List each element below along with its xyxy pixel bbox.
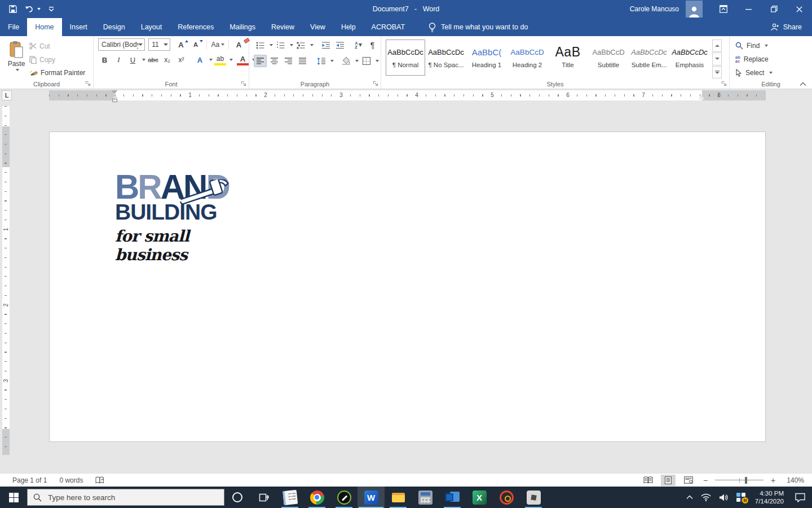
tell-me-box[interactable]: Tell me what you want to do — [429, 18, 528, 36]
grow-font-button[interactable]: A — [175, 38, 188, 51]
borders-dropdown[interactable] — [376, 60, 379, 62]
taskbar-app-file-explorer[interactable] — [385, 487, 412, 508]
font-dialog-launcher-icon[interactable] — [241, 81, 246, 86]
tab-acrobat[interactable]: ACROBAT — [364, 18, 413, 36]
change-case-button[interactable]: Aa — [210, 38, 225, 51]
style-subtle-emphasis[interactable]: AaBbCcDc Subtle Em... — [629, 40, 669, 76]
italic-button[interactable]: I — [112, 54, 125, 66]
tab-layout[interactable]: Layout — [133, 18, 170, 36]
bullets-dropdown[interactable] — [270, 44, 273, 46]
search-input[interactable] — [47, 493, 193, 502]
print-layout-button[interactable] — [661, 475, 676, 486]
bullets-button[interactable] — [254, 39, 267, 51]
close-button[interactable] — [787, 0, 812, 18]
zoom-level[interactable]: 140% — [783, 476, 804, 484]
style-heading2[interactable]: AaBbCcD Heading 2 — [508, 40, 547, 76]
clear-formatting-button[interactable]: A — [232, 38, 245, 51]
taskbar-app-chrome[interactable] — [303, 487, 330, 508]
numbering-button[interactable] — [274, 39, 287, 51]
word-count[interactable]: 0 words — [59, 476, 83, 484]
line-spacing-dropdown[interactable] — [330, 60, 334, 62]
restore-button[interactable] — [761, 0, 787, 18]
web-layout-button[interactable] — [681, 475, 696, 486]
text-effects-dropdown[interactable] — [209, 59, 213, 61]
highlight-dropdown[interactable] — [230, 59, 233, 61]
underline-button[interactable]: U — [126, 54, 139, 66]
style-subtitle[interactable]: AaBbCcD Subtitle — [589, 40, 628, 76]
cut-button[interactable]: Cut — [29, 41, 85, 52]
wifi-icon[interactable] — [697, 487, 715, 508]
paragraph-dialog-launcher-icon[interactable] — [373, 81, 378, 86]
document-area[interactable]: 1 2 3 B R A N D — [0, 102, 812, 473]
zoom-out-button[interactable]: − — [701, 476, 709, 485]
taskbar-app-word[interactable]: W — [358, 487, 385, 508]
tab-home[interactable]: Home — [27, 18, 61, 36]
brand-building-logo[interactable]: B R A N D BUILDING for — [115, 172, 245, 264]
style-emphasis[interactable]: AaBbCcDc Emphasis — [670, 40, 709, 76]
zoom-in-button[interactable]: + — [769, 476, 777, 485]
sync-paused-icon[interactable] — [732, 487, 751, 508]
highlight-color-button[interactable]: ab — [214, 54, 227, 66]
select-button[interactable]: Select — [735, 67, 809, 78]
numbering-dropdown[interactable] — [290, 44, 293, 46]
decrease-indent-button[interactable] — [319, 39, 332, 51]
shading-button[interactable] — [339, 55, 352, 67]
taskbar-search[interactable] — [27, 489, 224, 506]
horizontal-ruler[interactable]: 1 2 3 4 5 6 7 8 — [49, 90, 766, 100]
select-dropdown[interactable] — [769, 72, 773, 74]
clipboard-dialog-launcher-icon[interactable] — [85, 81, 91, 86]
taskbar-app-screen-recorder[interactable] — [493, 487, 520, 508]
show-hide-pilcrow-button[interactable]: ¶ — [366, 39, 379, 51]
read-mode-button[interactable] — [641, 475, 655, 486]
minimize-button[interactable] — [736, 0, 761, 18]
styles-scroll-down-button[interactable] — [712, 52, 722, 65]
justify-button[interactable] — [296, 55, 309, 67]
font-size-combobox[interactable]: 11 — [148, 38, 170, 51]
copy-button[interactable]: Copy — [29, 54, 85, 65]
taskbar-clock[interactable]: 4:30 PM 7/14/2020 — [751, 489, 788, 505]
page-indicator[interactable]: Page 1 of 1 — [12, 476, 47, 484]
customize-qat-icon[interactable] — [48, 7, 54, 12]
tab-file[interactable]: File — [0, 18, 27, 36]
bold-button[interactable]: B — [98, 54, 111, 66]
taskbar-app-outlook[interactable] — [439, 487, 466, 508]
share-button[interactable]: Share — [771, 18, 812, 36]
align-left-button[interactable] — [254, 55, 267, 67]
tab-view[interactable]: View — [302, 18, 333, 36]
font-name-combobox[interactable]: Calibri (Body) — [98, 38, 145, 51]
taskbar-app-calculator[interactable] — [412, 487, 439, 508]
tab-design[interactable]: Design — [95, 18, 133, 36]
proofing-icon[interactable] — [95, 476, 105, 484]
taskbar-app-pen-tool[interactable] — [330, 487, 358, 508]
style-title[interactable]: AaB Title — [548, 40, 588, 76]
multilevel-dropdown[interactable] — [310, 44, 314, 46]
strikethrough-button[interactable]: abc — [147, 54, 160, 66]
cortana-button[interactable] — [224, 487, 250, 508]
tab-references[interactable]: References — [170, 18, 222, 36]
underline-dropdown[interactable] — [142, 59, 145, 61]
find-button[interactable]: Find — [735, 40, 809, 51]
multilevel-list-button[interactable] — [294, 39, 307, 51]
hanging-indent-marker[interactable] — [112, 95, 117, 98]
left-indent-marker[interactable] — [112, 99, 117, 102]
account-name[interactable]: Carole Mancuso — [630, 5, 679, 13]
styles-more-button[interactable] — [712, 66, 722, 78]
zoom-slider[interactable] — [715, 475, 764, 486]
align-center-button[interactable] — [268, 55, 281, 67]
font-color-button[interactable]: A — [236, 54, 249, 66]
align-right-button[interactable] — [282, 55, 295, 67]
save-icon[interactable] — [9, 5, 17, 13]
line-spacing-button[interactable] — [315, 55, 328, 67]
styles-dialog-launcher-icon[interactable] — [721, 81, 727, 86]
tab-mailings[interactable]: Mailings — [222, 18, 263, 36]
ribbon-display-options-icon[interactable] — [710, 0, 736, 18]
first-line-indent-marker[interactable] — [112, 90, 117, 94]
tab-review[interactable]: Review — [263, 18, 302, 36]
vertical-ruler[interactable]: 1 2 3 — [2, 106, 10, 455]
style-no-spacing[interactable]: AaBbCcDc ¶ No Spac... — [426, 40, 466, 76]
volume-icon[interactable] — [715, 487, 732, 508]
tab-help[interactable]: Help — [333, 18, 364, 36]
styles-scroll-up-button[interactable] — [712, 40, 722, 52]
paste-button[interactable]: Paste — [3, 38, 29, 78]
superscript-button[interactable]: x² — [175, 54, 188, 66]
